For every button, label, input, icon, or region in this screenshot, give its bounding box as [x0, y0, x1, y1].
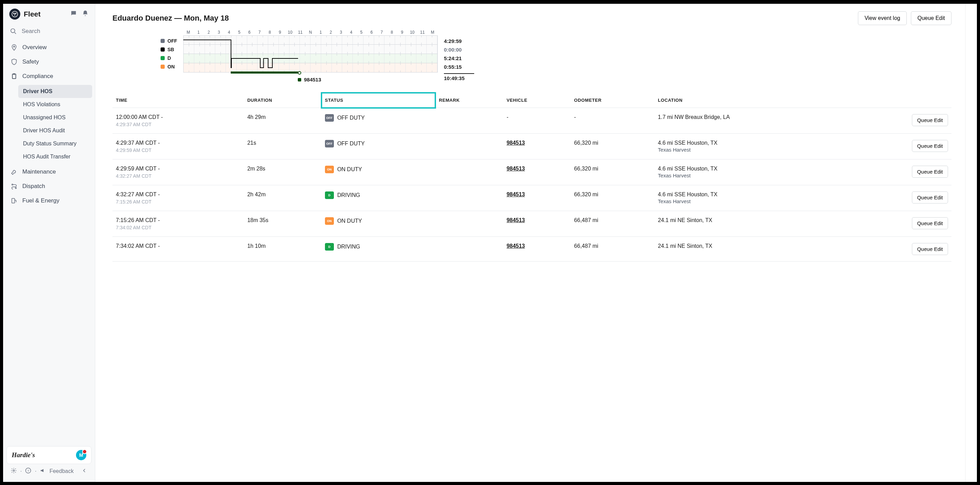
map-pin-icon — [11, 44, 18, 51]
compliance-subnav: Driver HOS HOS Violations Unassigned HOS… — [6, 84, 92, 165]
chart-ticks: M1234567891011N1234567891011M — [183, 30, 438, 35]
row-queue-edit-button[interactable]: Queue Edit — [912, 217, 948, 229]
status-badge: ON — [325, 166, 334, 173]
row-queue-edit-button[interactable]: Queue Edit — [912, 191, 948, 204]
col-remark[interactable]: REMARK — [435, 93, 503, 108]
chart-row-d — [183, 54, 438, 63]
nav-safety[interactable]: Safety — [6, 55, 92, 69]
queue-edit-button[interactable]: Queue Edit — [911, 11, 951, 25]
fuel-icon — [11, 197, 18, 204]
subnav-driver-hos-audit[interactable]: Driver HOS Audit — [18, 124, 92, 137]
org-switcher[interactable]: Hardie's M — [6, 446, 91, 464]
feedback-link[interactable]: Feedback — [49, 468, 73, 474]
svg-point-7 — [12, 184, 13, 185]
avatar[interactable]: M — [76, 450, 86, 460]
subnav-duty-status-summary[interactable]: Duty Status Summary — [18, 137, 92, 150]
svg-point-8 — [15, 187, 16, 188]
clipboard-icon — [11, 73, 18, 80]
chart-row-sb — [183, 45, 438, 54]
chart-row-off — [183, 35, 438, 45]
route-icon — [11, 183, 18, 190]
search-input[interactable]: Search — [3, 24, 95, 40]
col-time[interactable]: TIME — [113, 93, 244, 108]
vehicle-link[interactable]: 984513 — [506, 191, 525, 197]
table-row: 4:29:37 AM CDT -4:29:59 AM CDT 21s OFFOF… — [113, 134, 951, 159]
col-duration[interactable]: DURATION — [244, 93, 321, 108]
chat-icon[interactable] — [70, 10, 77, 18]
svg-rect-9 — [12, 198, 14, 203]
page-title: Eduardo Duenez — Mon, May 18 — [113, 14, 858, 23]
subnav-driver-hos[interactable]: Driver HOS — [18, 85, 92, 98]
status-badge: OFF — [325, 114, 334, 122]
svg-point-2 — [15, 13, 16, 14]
nav-maintenance[interactable]: Maintenance — [6, 165, 92, 179]
sidebar: Fleet Search Overview Safety Compliance — [3, 4, 95, 482]
current-time-marker — [298, 71, 301, 75]
svg-point-10 — [13, 470, 15, 472]
app-title: Fleet — [24, 10, 70, 18]
gear-icon[interactable] — [11, 468, 17, 475]
main-content: Eduardo Duenez — Mon, May 18 View event … — [95, 4, 965, 482]
view-event-log-button[interactable]: View event log — [858, 11, 907, 25]
col-vehicle[interactable]: VEHICLE — [503, 93, 571, 108]
nav-compliance[interactable]: Compliance — [6, 69, 92, 84]
svg-point-4 — [13, 46, 14, 47]
table-row: 7:15:26 AM CDT -7:34:02 AM CDT 18m 35s O… — [113, 211, 951, 237]
vehicle-link[interactable]: 984513 — [506, 243, 525, 249]
svg-text:?: ? — [27, 469, 30, 472]
org-name: Hardie's — [12, 451, 35, 459]
row-queue-edit-button[interactable]: Queue Edit — [912, 243, 948, 255]
help-icon[interactable]: ? — [25, 468, 31, 475]
row-queue-edit-button[interactable]: Queue Edit — [912, 166, 948, 178]
col-status[interactable]: STATUS — [321, 93, 436, 108]
col-location[interactable]: LOCATION — [654, 93, 846, 108]
table-row: 12:00:00 AM CDT -4:29:37 AM CDT 4h 29m O… — [113, 108, 951, 134]
status-badge: D — [325, 243, 334, 251]
svg-rect-6 — [13, 73, 15, 75]
svg-point-1 — [13, 13, 14, 14]
chart-vehicle-label: 984513 — [298, 77, 438, 83]
log-table: TIME DURATION STATUS REMARK VEHICLE ODOM… — [113, 93, 951, 262]
scrollbar-gutter[interactable] — [965, 4, 977, 482]
vehicle-link[interactable]: 984513 — [506, 217, 525, 223]
nav-overview[interactable]: Overview — [6, 40, 92, 55]
collapse-sidebar-button[interactable] — [81, 468, 88, 475]
subnav-hos-violations[interactable]: HOS Violations — [18, 98, 92, 111]
table-row: 7:34:02 AM CDT - 1h 10m DDRIVING 984513 … — [113, 237, 951, 262]
megaphone-icon[interactable] — [40, 468, 46, 475]
svg-point-3 — [11, 29, 15, 33]
vehicle-span-bar — [231, 72, 298, 73]
search-icon — [10, 28, 17, 35]
svg-rect-5 — [13, 74, 16, 78]
chart-totals: 4:29:59 0:00:00 5:24:21 0:55:15 10:49:35 — [444, 30, 474, 83]
status-badge: OFF — [325, 140, 334, 148]
col-odometer[interactable]: ODOMETER — [571, 93, 655, 108]
shield-icon — [11, 59, 18, 65]
app-logo — [9, 9, 20, 20]
vehicle-link[interactable]: 984513 — [506, 166, 525, 172]
bell-icon[interactable] — [82, 10, 89, 18]
status-badge: ON — [325, 217, 334, 225]
row-queue-edit-button[interactable]: Queue Edit — [912, 114, 948, 126]
table-row: 4:32:27 AM CDT -7:15:26 AM CDT 2h 42m DD… — [113, 185, 951, 211]
table-row: 4:29:59 AM CDT -4:32:27 AM CDT 2m 28s ON… — [113, 159, 951, 185]
vehicle-link[interactable]: 984513 — [506, 140, 525, 146]
subnav-unassigned-hos[interactable]: Unassigned HOS — [18, 111, 92, 124]
nav-dispatch[interactable]: Dispatch — [6, 179, 92, 194]
chart-row-on — [183, 63, 438, 73]
chart-legend: OFFSBDON — [161, 30, 177, 83]
nav-fuel-energy[interactable]: Fuel & Energy — [6, 194, 92, 208]
row-queue-edit-button[interactable]: Queue Edit — [912, 140, 948, 152]
hos-chart: OFFSBDON M1234567891011N1234567891011M 9… — [161, 30, 951, 83]
status-badge: D — [325, 191, 334, 199]
subnav-hos-audit-transfer[interactable]: HOS Audit Transfer — [18, 150, 92, 163]
wrench-icon — [11, 169, 18, 175]
